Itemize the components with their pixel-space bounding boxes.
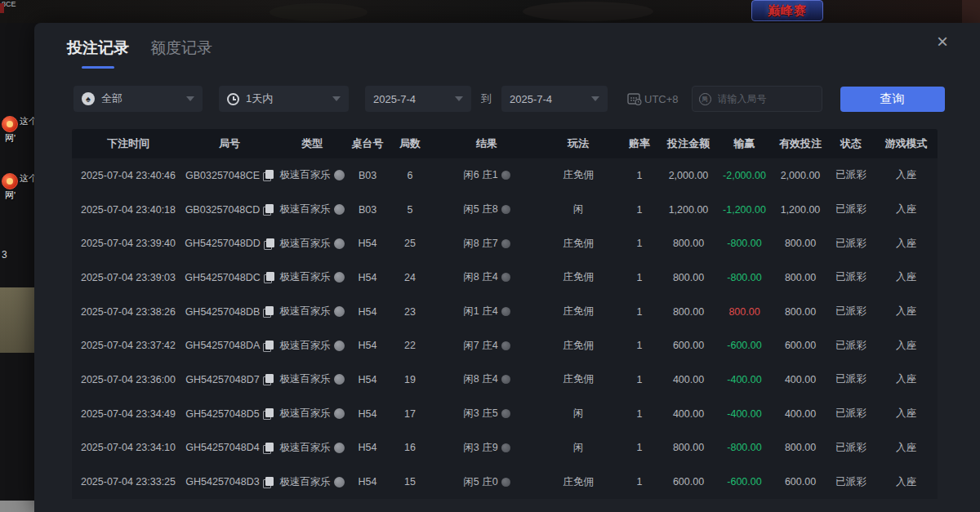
cell-round-id: GB03257048CD: [185, 193, 274, 227]
column-header-3: 桌台号: [350, 129, 385, 158]
result-detail-dot-icon[interactable]: [501, 307, 510, 316]
copy-icon[interactable]: [263, 408, 274, 419]
column-header-0: 下注时间: [72, 129, 185, 158]
copy-icon[interactable]: [264, 238, 274, 249]
game-info-dot-icon[interactable]: [334, 170, 345, 180]
cell-table-no: H54: [350, 397, 385, 431]
cell-round-no: 19: [385, 363, 434, 397]
cell-play-type: 庄免佣: [539, 295, 617, 329]
cell-game-mode: 入座: [875, 158, 938, 193]
table-body: 2025-07-04 23:40:46GB03257048CE极速百家乐B036…: [72, 158, 938, 499]
cell-bet-time: 2025-07-04 23:40:46: [72, 158, 185, 193]
cell-valid-bet: 400.00: [773, 363, 827, 397]
cell-win-lose: -2,000.00: [715, 158, 773, 193]
timezone-indicator: UTC+8: [627, 92, 679, 105]
cell-table-no: H54: [350, 226, 385, 260]
cell-win-lose: -400.00: [715, 397, 773, 431]
game-info-dot-icon[interactable]: [334, 408, 345, 419]
cell-game-type: 极速百家乐: [274, 158, 350, 193]
date-from-dropdown[interactable]: 2025-7-4: [365, 86, 471, 112]
cell-bet-time: 2025-07-04 23:34:10: [72, 431, 185, 465]
copy-icon[interactable]: [263, 477, 274, 488]
cell-round-id: GH54257048D5: [185, 397, 274, 431]
game-category-dropdown[interactable]: ♠ 全部: [74, 86, 203, 112]
cell-round-id: GH54257048DC: [185, 260, 274, 295]
date-to-value: 2025-7-4: [510, 93, 552, 105]
result-detail-dot-icon[interactable]: [501, 341, 510, 350]
game-info-dot-icon[interactable]: [334, 443, 345, 453]
cell-status: 已派彩: [827, 226, 875, 260]
tab-label: 额度记录: [150, 39, 212, 56]
tab-bet-records[interactable]: 投注记录: [67, 38, 129, 69]
cell-round-no: 24: [385, 260, 434, 295]
tab-quota-records[interactable]: 额度记录: [150, 38, 212, 69]
cell-game-mode: 入座: [875, 226, 938, 260]
game-info-dot-icon[interactable]: [334, 272, 345, 283]
table-row: 2025-07-04 23:34:49GH54257048D5极速百家乐H541…: [72, 397, 938, 431]
cell-game-type: 极速百家乐: [274, 295, 350, 329]
cell-game-mode: 入座: [875, 431, 938, 465]
copy-icon[interactable]: [263, 443, 274, 453]
close-icon[interactable]: ×: [933, 33, 952, 52]
cell-bet-amount: 1,200.00: [662, 193, 715, 227]
copy-icon[interactable]: [264, 272, 274, 283]
round-search-input[interactable]: [716, 92, 815, 105]
backdrop-blur-shape: [962, 0, 980, 23]
copy-icon[interactable]: [263, 170, 274, 180]
date-to-dropdown[interactable]: 2025-7-4: [501, 86, 608, 112]
backdrop-red-fragment: [0, 3, 4, 13]
round-search-box: 局: [692, 86, 822, 112]
date-from-value: 2025-7-4: [373, 93, 416, 105]
column-header-10: 有效投注: [773, 129, 827, 158]
copy-icon[interactable]: [263, 374, 274, 385]
cell-status: 已派彩: [827, 193, 875, 227]
chevron-down-icon: [455, 96, 463, 101]
range-value: 1天内: [246, 91, 273, 106]
game-info-dot-icon[interactable]: [334, 204, 345, 215]
result-detail-dot-icon[interactable]: [501, 171, 510, 180]
result-detail-dot-icon[interactable]: [501, 478, 510, 487]
result-detail-dot-icon[interactable]: [501, 443, 510, 452]
peak-tournament-logo: 巅峰赛: [751, 0, 823, 21]
cell-valid-bet: 1,200.00: [773, 193, 827, 227]
cell-round-id: GH54257048DA: [185, 328, 274, 363]
cell-game-mode: 入座: [875, 465, 938, 499]
game-info-dot-icon[interactable]: [334, 341, 345, 351]
backdrop-blur-shape: [270, 3, 368, 21]
cell-table-no: B03: [350, 193, 385, 227]
time-range-dropdown[interactable]: 1天内: [219, 86, 349, 112]
cell-result: 闲6 庄1: [434, 158, 539, 193]
filter-bar: ♠ 全部 1天内 2025-7-4 到 2025-7-4: [34, 86, 980, 112]
copy-icon[interactable]: [263, 306, 274, 317]
game-info-dot-icon[interactable]: [334, 477, 345, 488]
cell-table-no: H54: [350, 465, 385, 499]
chevron-down-icon: [591, 96, 599, 101]
cell-status: 已派彩: [827, 465, 875, 499]
result-detail-dot-icon[interactable]: [501, 409, 510, 418]
cell-play-type: 庄免佣: [539, 260, 617, 295]
column-header-2: 类型: [274, 129, 350, 158]
copy-icon[interactable]: [263, 341, 274, 351]
query-button[interactable]: 查询: [840, 87, 945, 112]
result-detail-dot-icon[interactable]: [501, 375, 510, 384]
result-detail-dot-icon[interactable]: [501, 205, 510, 214]
cell-game-mode: 入座: [875, 193, 938, 227]
cell-win-lose: -800.00: [715, 260, 773, 295]
result-detail-dot-icon[interactable]: [501, 239, 510, 248]
cell-play-type: 闲: [539, 193, 617, 227]
game-info-dot-icon[interactable]: [334, 306, 345, 317]
bet-records-table: 下注时间局号类型桌台号局数结果玩法赔率投注金额输赢有效投注状态游戏模式 2025…: [72, 129, 938, 499]
chat-message-fragment: 这个 网': [0, 171, 34, 204]
result-detail-dot-icon[interactable]: [501, 273, 510, 282]
copy-icon[interactable]: [263, 204, 274, 215]
cell-result: 闲3 庄9: [434, 431, 539, 465]
cell-table-no: H54: [350, 260, 385, 295]
cell-round-no: 16: [385, 431, 434, 465]
game-info-dot-icon[interactable]: [334, 238, 345, 249]
game-info-dot-icon[interactable]: [334, 374, 345, 385]
cell-game-type: 极速百家乐: [274, 328, 350, 363]
cell-game-type: 极速百家乐: [274, 363, 350, 397]
column-header-12: 游戏模式: [875, 129, 938, 158]
cell-odds: 1: [617, 397, 662, 431]
cell-odds: 1: [617, 431, 662, 465]
